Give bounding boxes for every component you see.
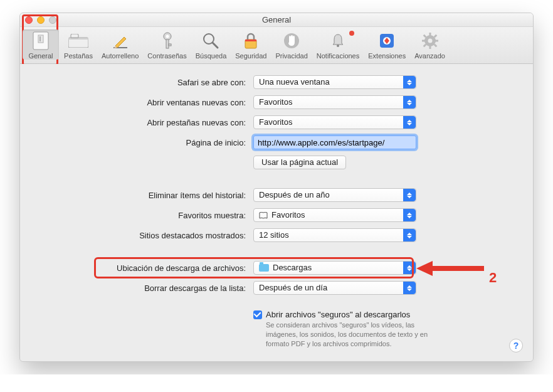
select-value: 12 sitios: [259, 229, 289, 241]
clear-history-select[interactable]: Después de un año: [253, 188, 416, 202]
label-new-windows: Abrir ventanas nuevas con:: [39, 98, 246, 107]
svg-line-13: [213, 43, 218, 48]
chevron-updown-icon: [403, 96, 416, 109]
chevron-updown-icon: [403, 76, 416, 88]
search-icon: [199, 31, 222, 51]
label-download-location: Ubicación de descarga de archivos:: [39, 263, 246, 273]
svg-marker-6: [115, 37, 126, 48]
label-new-tabs: Abrir pestañas nuevas con:: [39, 118, 246, 127]
chevron-updown-icon: [403, 229, 416, 241]
puzzle-icon: [376, 31, 398, 51]
svg-rect-15: [245, 40, 256, 41]
toolbar-label: Búsqueda: [196, 52, 227, 60]
svg-rect-24: [429, 46, 431, 49]
chevron-updown-icon: [403, 189, 416, 201]
select-value: Descargas: [273, 262, 312, 274]
label-clear-downloads: Borrar descargas de la lista:: [39, 283, 246, 293]
toolbar-label: Notificaciones: [317, 52, 359, 60]
select-value: Una nueva ventana: [259, 76, 330, 88]
lock-icon: [240, 31, 262, 51]
pencil-icon: [109, 31, 132, 51]
select-value: Después de un año: [259, 189, 330, 201]
toolbar-tab-general[interactable]: General: [23, 29, 59, 60]
favorites-shows-select[interactable]: Favoritos: [253, 208, 416, 222]
label-clear-history: Eliminar ítems del historial:: [39, 191, 246, 200]
chevron-updown-icon: [403, 209, 416, 221]
toolbar-tab-contrasenas[interactable]: Contraseñas: [144, 29, 190, 60]
svg-point-9: [166, 35, 169, 38]
toolbar-label: Contraseñas: [147, 52, 186, 60]
general-icon: [29, 31, 52, 51]
tabs-icon: [67, 31, 90, 51]
svg-rect-23: [429, 33, 431, 36]
select-value: Favoritos: [259, 96, 292, 109]
chevron-updown-icon: [403, 116, 416, 129]
label-favorites-shows: Favoritos muestra:: [39, 211, 246, 220]
svg-rect-25: [422, 40, 425, 42]
open-safe-files-checkbox[interactable]: [253, 310, 262, 319]
clear-downloads-select[interactable]: Después de un día: [253, 281, 416, 295]
svg-rect-26: [435, 40, 438, 42]
key-icon: [156, 31, 179, 51]
chevron-updown-icon: [403, 282, 416, 294]
notification-badge-icon: [349, 31, 354, 36]
safari-opens-select[interactable]: Una nueva ventana: [253, 75, 416, 89]
toolbar-label: General: [28, 52, 53, 60]
maximize-button[interactable]: [49, 16, 56, 24]
homepage-input[interactable]: [253, 135, 416, 149]
label-safari-opens: Safari se abre con:: [39, 78, 246, 87]
label-top-sites-shown: Sitios destacados mostrados:: [39, 231, 246, 240]
open-safe-files-hint: Se consideran archivos "seguros" los víd…: [266, 320, 429, 349]
toolbar-tab-privacidad[interactable]: Privacidad: [271, 29, 311, 60]
toolbar-label: Seguridad: [235, 52, 266, 60]
new-windows-select[interactable]: Favoritos: [253, 95, 416, 109]
download-location-select[interactable]: Descargas: [253, 261, 416, 275]
preferences-body: Safari se abre con: Una nueva ventana Ab…: [20, 64, 533, 361]
minimize-button[interactable]: [37, 16, 45, 24]
toolbar-tab-seguridad[interactable]: Seguridad: [231, 29, 270, 60]
window-controls: [25, 16, 56, 24]
label-homepage: Página de inicio:: [39, 138, 246, 147]
open-safe-files-label: Abrir archivos "seguros" al descargarlos: [266, 310, 429, 319]
toolbar-tab-notificaciones[interactable]: Notificaciones: [313, 29, 363, 60]
titlebar: General: [20, 13, 533, 27]
select-value: Después de un día: [259, 282, 327, 294]
window-title: General: [262, 15, 291, 24]
select-value: Favoritos: [271, 209, 305, 221]
close-button[interactable]: [25, 16, 33, 24]
toolbar-tab-busqueda[interactable]: Búsqueda: [192, 29, 231, 60]
svg-rect-11: [169, 44, 171, 46]
svg-rect-2: [40, 36, 41, 41]
preferences-window: General General Pestañas: [19, 13, 534, 362]
svg-point-22: [428, 39, 432, 43]
new-tabs-select[interactable]: Favoritos: [253, 115, 416, 129]
hand-icon: [280, 31, 303, 51]
toolbar-label: Pestañas: [64, 52, 93, 60]
toolbar-tab-pestanas[interactable]: Pestañas: [60, 29, 97, 60]
toolbar-label: Privacidad: [275, 52, 307, 60]
general-form: Safari se abre con: Una nueva ventana Ab…: [39, 75, 514, 349]
toolbar-tab-avanzado[interactable]: Avanzado: [411, 29, 449, 60]
toolbar-label: Extensiones: [368, 52, 406, 60]
toolbar-tab-extensiones[interactable]: Extensiones: [364, 29, 409, 60]
top-sites-shown-select[interactable]: 12 sitios: [253, 228, 416, 242]
book-icon: [259, 211, 268, 219]
chevron-updown-icon: [403, 262, 416, 274]
toolbar-tab-autorrelleno[interactable]: Autorrelleno: [98, 29, 142, 60]
svg-point-17: [337, 45, 339, 47]
toolbar-label: Autorrelleno: [102, 52, 139, 60]
use-current-page-button[interactable]: Usar la página actual: [253, 156, 346, 169]
svg-rect-10: [166, 40, 169, 48]
gear-icon: [419, 31, 441, 51]
help-button[interactable]: ?: [509, 339, 523, 352]
preferences-toolbar: General Pestañas Autorrelleno: [20, 27, 533, 64]
folder-icon: [259, 264, 269, 272]
select-value: Favoritos: [259, 116, 292, 129]
bell-icon: [327, 31, 349, 51]
toolbar-label: Avanzado: [414, 52, 445, 60]
